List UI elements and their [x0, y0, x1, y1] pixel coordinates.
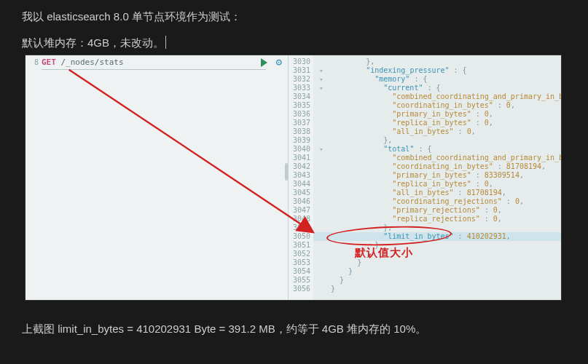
- response-pane[interactable]: 3030303130323033303430353036303730383039…: [289, 55, 561, 300]
- annotation-label: 默认值大小: [355, 246, 413, 260]
- request-pane: 8 GET /_nodes/stats ⚙: [26, 55, 289, 300]
- http-method: GET: [42, 58, 56, 67]
- run-query-button[interactable]: [261, 58, 267, 67]
- fold-indicators-column: ▾▾▾▾: [313, 55, 329, 301]
- pane-resize-handle[interactable]: [285, 163, 288, 181]
- heap-memory-text: 默认堆内存：4GB，未改动。: [22, 36, 566, 50]
- caption-text: 上截图 limit_in_bytes = 410202931 Byte = 39…: [22, 323, 566, 336]
- response-line-numbers: 3030303130323033303430353036303730383039…: [289, 55, 313, 301]
- request-path: /_nodes/stats: [61, 58, 124, 67]
- query-options-icon[interactable]: ⚙: [276, 57, 282, 67]
- request-line[interactable]: GET /_nodes/stats: [42, 58, 266, 70]
- request-line-number: 8: [26, 55, 39, 301]
- text-cursor: [165, 36, 166, 49]
- kibana-console-screenshot: 8 GET /_nodes/stats ⚙ 303030313032303330…: [25, 55, 562, 301]
- intro-text: 我以 elasticsearch 8.0 单节点环境作为测试：: [22, 10, 566, 24]
